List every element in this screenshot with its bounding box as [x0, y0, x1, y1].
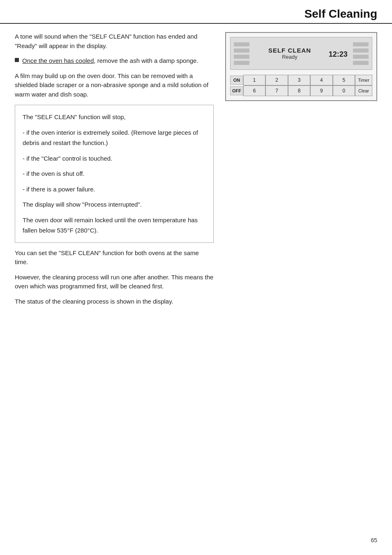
page-header: Self Cleaning — [0, 0, 392, 24]
intro-paragraph: A tone will sound when the "SELF CLEAN" … — [15, 32, 214, 51]
display-sc-row: SELF CLEAN Ready 12:23 — [254, 47, 348, 60]
right-column: SELF CLEAN Ready 12:23 ON 1 — [225, 32, 377, 312]
infobox-line4: - if the oven is shut off. — [23, 168, 206, 179]
left-indicator-bars — [231, 37, 253, 69]
page-number: 65 — [371, 537, 377, 543]
oven-panel: SELF CLEAN Ready 12:23 ON 1 — [225, 32, 377, 101]
key-0[interactable]: 0 — [333, 85, 355, 96]
infobox-line7: The oven door will remain locked until t… — [23, 215, 206, 236]
infobox-line3: - if the "Clear" control is touched. — [23, 153, 206, 164]
timer-button[interactable]: Timer — [355, 75, 372, 85]
bullet-icon — [15, 58, 19, 62]
bar-1 — [234, 42, 249, 46]
key-8[interactable]: 8 — [288, 85, 310, 96]
key-9[interactable]: 9 — [310, 85, 332, 96]
bullet-text: Once the oven has cooled, remove the ash… — [22, 56, 198, 66]
display-label-group: SELF CLEAN Ready — [268, 47, 311, 60]
bar-r4 — [353, 61, 369, 65]
right-indicator-bars — [350, 37, 372, 69]
bar-r3 — [353, 55, 369, 59]
key-1[interactable]: 1 — [243, 75, 265, 85]
bullet-item-cooled: Once the oven has cooled, remove the ash… — [15, 56, 214, 66]
keypad-row-on: ON 1 2 3 4 5 Timer — [230, 75, 372, 85]
cooled-link[interactable]: Once the oven has cooled — [22, 57, 94, 64]
key-7[interactable]: 7 — [265, 85, 288, 96]
film-paragraph: A film may build up on the oven door. Th… — [15, 71, 214, 99]
both-ovens-paragraph: You can set the "SELF CLEAN" function fo… — [15, 249, 214, 267]
key-2[interactable]: 2 — [265, 75, 288, 85]
keypad-off-label: OFF — [230, 86, 243, 95]
key-6[interactable]: 6 — [243, 85, 265, 96]
bar-r2 — [353, 48, 369, 53]
main-content: A tone will sound when the "SELF CLEAN" … — [0, 24, 392, 320]
infobox-line1: The "SELF CLEAN" function will stop, — [23, 112, 206, 122]
infobox-line6: The display will show "Process interrupt… — [23, 199, 206, 210]
page-title: Self Cleaning — [304, 7, 377, 20]
bar-2 — [234, 48, 249, 53]
infobox-line2: - if the oven interior is extremely soil… — [23, 127, 206, 148]
display-ready-label: Ready — [282, 54, 297, 60]
keypad-on-label: ON — [230, 76, 243, 85]
infobox-line5: - if there is a power failure. — [23, 184, 206, 195]
key-4[interactable]: 4 — [310, 75, 332, 85]
status-paragraph: The status of the cleaning process is sh… — [15, 297, 214, 306]
bar-r1 — [353, 42, 369, 46]
sequence-paragraph: However, the cleaning process will run o… — [15, 273, 214, 291]
oven-display: SELF CLEAN Ready 12:23 — [230, 37, 372, 70]
clear-button[interactable]: Clear — [355, 85, 372, 96]
display-center-content: SELF CLEAN Ready 12:23 — [253, 37, 350, 69]
display-function-label: SELF CLEAN — [268, 47, 311, 54]
bar-3 — [234, 55, 249, 59]
key-5[interactable]: 5 — [333, 75, 355, 85]
display-time: 12:23 — [329, 47, 348, 59]
left-column: A tone will sound when the "SELF CLEAN" … — [15, 32, 214, 312]
bar-4 — [234, 61, 249, 65]
info-box: The "SELF CLEAN" function will stop, - i… — [15, 105, 214, 243]
keypad-row-off: OFF 6 7 8 9 0 Clear — [230, 85, 372, 96]
key-3[interactable]: 3 — [288, 75, 310, 85]
